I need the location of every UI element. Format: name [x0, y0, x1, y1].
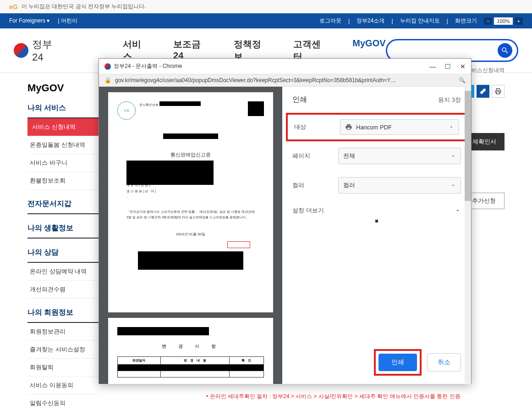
print-cancel-button[interactable]: 취소 — [427, 353, 461, 372]
window-title: 정부24 - 문서출력 - Chrome — [114, 62, 182, 70]
sidebar-item-feedback[interactable]: 개선의견수렴 — [27, 281, 101, 299]
document-date: 2023년 01월 30일 — [117, 232, 264, 237]
document-body-text: 「전자상거래 등에서의 소비자보호에 관한 법률」 제12조제1항, 같은 법 … — [126, 209, 255, 220]
printer-icon — [345, 123, 352, 131]
destination-select[interactable]: Hancom PDF — [340, 119, 459, 135]
print-color-row: 컬러 컬러 — [282, 171, 471, 200]
util-foreigners[interactable]: For Foreigners ▾ — [9, 17, 49, 24]
util-logout[interactable]: 로그아웃 — [319, 17, 341, 25]
print-pages-row: 페이지 전체 — [282, 141, 471, 171]
window-favicon — [104, 63, 111, 70]
more-settings-toggle[interactable]: 설정 더보기 — [282, 200, 471, 221]
url-text: gov.kr/mw/egovg4c/user/aa040/popupDmsDoc… — [115, 77, 459, 83]
redacted-docnum — [159, 101, 201, 106]
util-sitemap[interactable]: 누리집 안내지도 — [400, 17, 440, 25]
redacted-reg-no — [163, 133, 218, 139]
util-children[interactable]: 어린이 — [61, 17, 77, 24]
print-settings-panel: 인쇄 용지 3장 대상 Hancom PDF 페이지 전체 — [282, 87, 471, 384]
link-icon — [480, 88, 486, 94]
scrollbar-thumb[interactable] — [465, 91, 471, 201]
sidebar-item-applications[interactable]: 서비스 신청내역 — [27, 118, 101, 136]
sidebar-section-wallet[interactable]: 전자문서지갑 — [27, 199, 101, 214]
sidebar-section-myservice[interactable]: 나의 서비스 — [27, 103, 101, 118]
redacted-fields — [126, 161, 214, 185]
zoom-minus-button[interactable]: − — [484, 17, 492, 25]
sidebar-section-life[interactable]: 나의 생활정보 — [27, 223, 101, 239]
print-page-count: 용지 3장 — [438, 96, 461, 104]
sidebar-item-withdraw[interactable]: 회원탈퇴 — [27, 359, 101, 377]
printer-icon — [495, 88, 501, 94]
sidebar-item-consult-reserve[interactable]: 온라인 상담예약 내역 — [27, 263, 101, 281]
sidebar: MyGOV 나의 서비스 서비스 신청내역 온종일돌봄 신청내역 서비스 바구니… — [27, 82, 101, 411]
utility-bar: For Foreigners ▾ | 어린이 로그아웃| 정부24소개| 누리집… — [0, 13, 532, 28]
chevron-down-icon — [455, 207, 461, 214]
util-about[interactable]: 정부24소개 — [356, 17, 384, 25]
notice-text: 이 누리집은 대한민국 공식 전자정부 누리집입니다. — [22, 3, 146, 11]
eg-logo: eG — [9, 3, 18, 11]
pages-label: 페이지 — [292, 152, 338, 160]
redacted-header2 — [117, 327, 209, 335]
official-seal-icon: 인증 — [117, 101, 136, 120]
document-preview-pane[interactable]: 인증 문서확인번호 통신판매업신고증 상 호 : 소 재 지 : 대표자(성명)… — [99, 87, 282, 384]
changes-table: 변경일자 변 경 내 용 확 인 — [117, 356, 264, 378]
zoom-level[interactable]: 100% — [494, 17, 512, 25]
search-button[interactable] — [498, 43, 512, 58]
bottom-note: • 온라인 세대주확인 절차 : 정부24 > 서비스 > 사실/진위확인 > … — [206, 392, 461, 402]
print-destination-row: 대상 Hancom PDF — [286, 113, 467, 141]
url-zoom-icon[interactable]: 🔍 — [459, 77, 466, 83]
sidebar-section-member[interactable]: 나의 회원정보 — [27, 308, 101, 323]
print-dialog-window: 정부24 - 문서출력 - Chrome — ☐ ✕ 🔒 gov.kr/mw/e… — [99, 58, 472, 384]
print-confirm-button[interactable]: 인쇄 — [378, 354, 417, 371]
window-minimize-button[interactable]: — — [429, 63, 436, 70]
chevron-down-icon — [450, 183, 456, 188]
official-stamp-icon — [227, 241, 250, 248]
chevron-down-icon — [450, 153, 456, 159]
search-icon — [501, 46, 509, 55]
lock-icon: 🔒 — [104, 77, 111, 83]
sidebar-item-notifications[interactable]: 알림수신동의 — [27, 394, 101, 411]
zoom-plus-button[interactable]: + — [515, 17, 523, 25]
share-link-button[interactable] — [477, 85, 489, 98]
changes-title: 변 경 사 항 — [117, 343, 264, 350]
print-button[interactable] — [492, 85, 505, 98]
destination-label: 대상 — [294, 123, 340, 131]
document-title: 통신판매업신고증 — [117, 151, 264, 158]
sidebar-item-care[interactable]: 온종일돌봄 신청내역 — [27, 136, 101, 154]
document-page-1: 인증 문서확인번호 통신판매업신고증 상 호 : 소 재 지 : 대표자(성명)… — [108, 92, 273, 312]
redacted-top-right — [248, 101, 264, 116]
sidebar-item-memberinfo[interactable]: 회원정보관리 — [27, 323, 101, 341]
sidebar-item-terms[interactable]: 서비스 이용동의 — [27, 377, 101, 394]
sidebar-item-favorites[interactable]: 즐겨찾는 서비스설정 — [27, 341, 101, 359]
url-bar: 🔒 gov.kr/mw/egovg4c/user/aa040/popupDmsD… — [99, 74, 471, 87]
sidebar-section-consult[interactable]: 나의 상담 — [27, 248, 101, 263]
window-maximize-button[interactable]: ☐ — [445, 63, 451, 70]
sidebar-page-title: MyGOV — [27, 82, 101, 94]
site-logo[interactable]: 정부24 — [14, 38, 63, 63]
breadcrumb-fragment: 비스신청내역 — [472, 67, 505, 74]
sidebar-item-basket[interactable]: 서비스 바구니 — [27, 154, 101, 172]
window-titlebar[interactable]: 정부24 - 문서출력 - Chrome — ☐ ✕ — [99, 59, 471, 74]
print-panel-title: 인쇄 — [292, 95, 307, 105]
sidebar-item-refund[interactable]: 환불정보조회 — [27, 172, 101, 190]
scrollbar[interactable] — [465, 86, 471, 383]
redacted-issuer — [138, 251, 243, 270]
window-close-button[interactable]: ✕ — [460, 63, 466, 70]
logo-icon — [14, 43, 28, 58]
loading-indicator — [375, 220, 378, 222]
util-screensize-label: 화면크기 — [455, 17, 477, 25]
search-input[interactable] — [392, 47, 498, 54]
document-page-2: 변 경 사 항 변경일자 변 경 내 용 확 인 — [108, 318, 273, 384]
chevron-down-icon — [449, 124, 454, 130]
color-label: 컬러 — [292, 181, 338, 189]
pages-select[interactable]: 전체 — [338, 148, 461, 164]
color-select[interactable]: 컬러 — [338, 177, 461, 194]
gov-notice-bar: eG 이 누리집은 대한민국 공식 전자정부 누리집입니다. — [0, 0, 532, 13]
doc-number-label: 문서확인번호 — [139, 103, 159, 106]
